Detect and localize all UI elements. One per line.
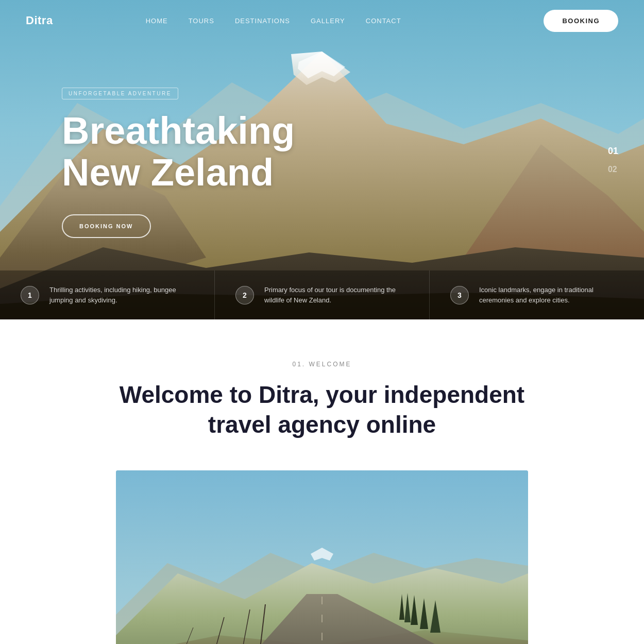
nav-contact[interactable]: CONTACT bbox=[366, 17, 401, 25]
nav-gallery[interactable]: GALLERY bbox=[311, 17, 345, 25]
feature-text-1: Thrilling activities, including hiking, … bbox=[49, 285, 194, 305]
welcome-title: Welcome to Ditra, your independent trave… bbox=[0, 380, 644, 439]
feature-item-2: 2 Primary focus of our tour is documenti… bbox=[215, 270, 430, 319]
feature-num-2: 2 bbox=[235, 286, 254, 304]
nav-links: HOME TOURS DESTINATIONS GALLERY CONTACT bbox=[146, 17, 401, 25]
slide-2[interactable]: 02 bbox=[608, 165, 618, 174]
feature-num-1: 1 bbox=[21, 286, 39, 304]
hero-title-line2: New Zeland bbox=[62, 151, 274, 194]
feature-num-3: 3 bbox=[450, 286, 469, 304]
booking-now-button[interactable]: BOOKING NOW bbox=[62, 214, 151, 238]
nav-tours[interactable]: TOURS bbox=[189, 17, 214, 25]
booking-button[interactable]: BOOKING bbox=[544, 10, 618, 32]
hero-title: Breathtaking New Zeland bbox=[62, 110, 295, 194]
hero-features-bar: 1 Thrilling activities, including hiking… bbox=[0, 270, 644, 319]
hero-badge: UNFORGETABLE ADVENTURE bbox=[62, 88, 178, 99]
hero-content: UNFORGETABLE ADVENTURE Breathtaking New … bbox=[62, 88, 295, 238]
slide-1[interactable]: 01 bbox=[608, 146, 618, 157]
brand-logo: Ditra bbox=[26, 14, 53, 27]
welcome-title-line2: travel agency online bbox=[208, 411, 436, 438]
hero-title-line1: Breathtaking bbox=[62, 109, 295, 152]
feature-item-1: 1 Thrilling activities, including hiking… bbox=[0, 270, 215, 319]
nav-destinations[interactable]: DESTINATIONS bbox=[235, 17, 290, 25]
welcome-section: 01. WELCOME Welcome to Ditra, your indep… bbox=[0, 319, 644, 644]
navbar: Ditra HOME TOURS DESTINATIONS GALLERY CO… bbox=[0, 0, 644, 41]
slide-indicators: 01 02 bbox=[608, 146, 618, 174]
welcome-image bbox=[116, 470, 528, 644]
welcome-label: 01. WELCOME bbox=[0, 361, 644, 368]
nav-home[interactable]: HOME bbox=[146, 17, 168, 25]
welcome-title-line1: Welcome to Ditra, your independent bbox=[120, 381, 524, 408]
feature-item-3: 3 Iconic landmarks, engage in traditiona… bbox=[430, 270, 644, 319]
hero-section: Ditra HOME TOURS DESTINATIONS GALLERY CO… bbox=[0, 0, 644, 319]
feature-text-3: Iconic landmarks, engage in traditional … bbox=[479, 285, 623, 305]
feature-text-2: Primary focus of our tour is documenting… bbox=[264, 285, 409, 305]
